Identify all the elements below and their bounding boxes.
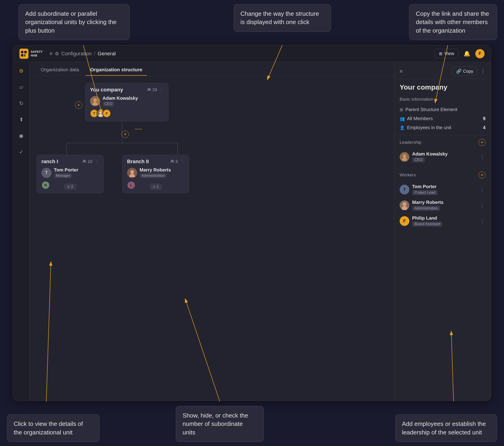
svg-point-29 [129,174,135,177]
user-avatar[interactable]: F [475,49,485,58]
plus-button-child[interactable]: + [122,130,129,138]
view-button[interactable]: ⊞ View [434,49,459,58]
org-canvas: You company 24 ⋮ [30,76,394,401]
leadership-title: Leadership [400,140,421,145]
basic-info-section: Basic information ⊞ Parent Structure Ele… [394,93,491,136]
breadcrumb: ≡ ⚙ Configuration / General [50,51,434,57]
branch1-leader-avatar: T [41,168,52,178]
root-org-node[interactable]: You company 24 ⋮ [85,83,168,122]
svg-rect-10 [24,54,25,56]
tooltip-top-right: Copy the link and share the details with… [409,4,497,40]
worker-philip-avatar: F [400,216,409,226]
svg-rect-7 [21,51,23,53]
branch2-leader: Marry Roberts Administration [127,167,184,178]
branch2-member-L: L [127,181,135,189]
employees-row: 👤 Employees in the unit 4 [400,123,486,132]
branch1-node[interactable]: ranch I 10 ⋮ T Tom Porter Ma [36,155,104,193]
workers-add-button[interactable]: + [479,171,486,178]
worker-tom-menu[interactable]: ⋮ [479,186,486,193]
app-window: SAFETY HAB ≡ ⚙ Configuration / General ⊞… [13,45,491,401]
panel-title: Your company [394,79,491,93]
employees-label: 👤 Employees in the unit [400,125,451,130]
breadcrumb-separator: / [94,51,95,57]
logo-icon [19,49,28,59]
workers-header: Workers + [400,171,486,178]
basic-info-title: Basic information [400,97,486,102]
worker-marry-menu[interactable]: ⋮ [479,202,486,208]
leadership-section: Leadership + Adam Kowalsky CEO ⋮ [394,136,491,168]
all-members-icon: 👥 [400,116,405,121]
sidebar-icon-check[interactable]: ✓ [17,147,26,157]
main-content: Organization data Organization structure [30,62,394,401]
tab-org-structure[interactable]: Organization structure [86,64,147,76]
breadcrumb-config[interactable]: Configuration [61,51,92,57]
svg-point-21 [92,102,98,105]
panel-header: ≡ 🔗 Copy ⋮ [394,62,491,79]
branch2-leader-info: Marry Roberts Administration [140,167,171,178]
breadcrumb-settings-icon: ⚙ [55,51,59,56]
tooltip-bottom-right: Add employees or establish the leadershi… [395,414,497,442]
leader-adam-info: Adam Kowalsky CEO [412,151,476,163]
branch2-node[interactable]: Branch II 6 ⋮ Marry Roberts [122,155,189,193]
branch2-count: 6 ⋮ [170,159,184,164]
branch1-count: 10 ⋮ [82,159,99,164]
logo-text: SAFETY HAB [31,50,43,57]
all-members-value: 9 [483,116,486,121]
sidebar-icon-upload[interactable]: ⬆ [17,115,26,125]
branch1-header: ranch I 10 ⋮ [41,159,99,165]
parent-structure-label: ⊞ Parent Structure Element [400,107,457,112]
svg-point-31 [402,157,407,161]
worker-marry-avatar [400,201,409,210]
worker-philip-menu[interactable]: ⋮ [479,218,486,224]
root-leader-avatar [90,96,100,106]
leader-adam-menu[interactable]: ⋮ [479,154,486,160]
panel-header-actions: ≡ [400,68,403,74]
bell-icon[interactable]: 🔔 [463,50,471,58]
tooltip-bottom-center: Show, hide, or check the number of subor… [176,406,264,442]
root-member-count: 24 ⋮ [147,87,164,92]
branch1-leader: T Tom Porter Manager [41,167,99,178]
tooltip-top-center: Change the way the structure is displaye… [234,4,331,32]
sidebar-icon-shape[interactable]: ▱ [17,82,26,92]
member-F: F [103,109,111,118]
leadership-add-button[interactable]: + [479,139,486,146]
svg-point-20 [93,98,97,102]
branch2-expand[interactable]: ∨ 1 [149,184,162,190]
tabs-bar: Organization data Organization structure [30,62,394,76]
svg-rect-8 [24,51,27,53]
plus-button-root[interactable]: + [75,101,82,109]
breadcrumb-menu-icon: ≡ [50,51,53,57]
root-leader: Adam Kowalsky CEO [90,95,164,107]
svg-point-30 [403,154,406,158]
employees-value: 4 [483,125,486,130]
svg-point-28 [130,170,134,174]
workers-title: Workers [400,172,416,178]
panel-right-actions: 🔗 Copy ⋮ [452,67,486,76]
panel-more-icon[interactable]: ⋮ [480,68,486,74]
branch1-leader-info: Tom Porter Manager [54,167,78,178]
tooltip-bottom-left: Click to view the details of the organiz… [7,414,100,442]
tab-org-data[interactable]: Organization data [36,64,84,76]
top-bar: SAFETY HAB ≡ ⚙ Configuration / General ⊞… [13,45,491,62]
branch1-expand[interactable]: ∨ 2 [64,184,76,190]
panel-menu-icon[interactable]: ≡ [400,68,403,74]
root-member-avatars: T F [90,109,164,118]
sidebar-icon-settings[interactable]: ⚙ [17,66,26,76]
sidebar-icon-refresh[interactable]: ↻ [17,99,26,108]
workers-section: Workers + T Tom Porter Project Lead ⋮ [394,168,491,232]
leader-adam-avatar [400,152,409,162]
branch1-member-N: N [41,181,50,189]
sidebar-icon-certificate[interactable]: ◉ [17,131,26,141]
tooltip-top-left: Add subordinate or parallel organization… [18,4,130,40]
view-icon: ⊞ [439,51,442,56]
worker-tom-avatar: T [400,185,409,194]
right-panel: ≡ 🔗 Copy ⋮ Your company Basic informatio… [394,62,491,401]
copy-icon: 🔗 [456,69,462,74]
employees-icon: 👤 [400,125,405,130]
leader-row-adam: Adam Kowalsky CEO ⋮ [400,149,486,165]
worker-row-philip: F Philip Land Board Assistant ⋮ [400,213,486,229]
worker-row-tom: T Tom Porter Project Lead ⋮ [400,182,486,197]
content-area: ⚙ ▱ ↻ ⬆ ◉ ✓ Organization data Organizati… [13,62,491,401]
worker-marry-info: Marry Roberts Administration [412,200,476,211]
copy-button[interactable]: 🔗 Copy [452,67,477,76]
